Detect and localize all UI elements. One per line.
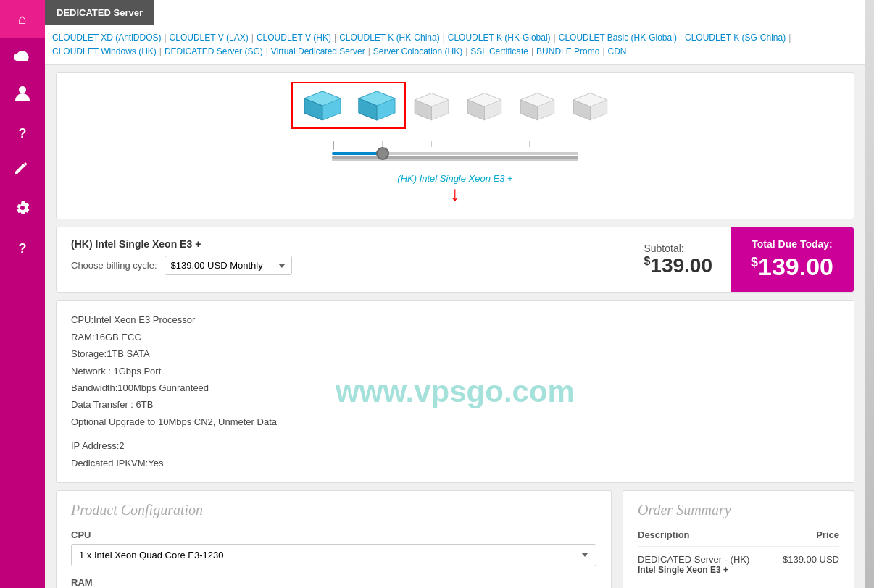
sidebar-cloud[interactable] [0,38,45,75]
tab-dedicated-sg[interactable]: DEDICATED Server (SG) [165,45,263,59]
product-config-title: Product Configuration [71,502,596,518]
billing-label: Choose billing cycle: [71,260,157,271]
arrow-down-icon: ↓ [397,184,512,204]
two-column-layout: Product Configuration CPU 1 x Intel Xeon… [56,490,854,588]
tab-cloudlet-v-hk[interactable]: CLOUDLET V (HK) [257,31,331,45]
subtotal-price: $139.00 [644,254,712,277]
order-item-row: DEDICATED Server - (HK) Intel Single Xeo… [638,554,839,575]
spec-card: www.vpsgo.com CPU:Intel Xeon E3 Processo… [56,300,854,483]
slider-fill [332,152,381,155]
spec-line-6: Optional Upgrade to 10Mbps CN2, Unmeter … [71,413,839,430]
server-selector-card: (HK) Intel Single Xeon E3 + ↓ [56,72,854,219]
sidebar-edit[interactable] [0,151,45,190]
server-slider-container [332,141,578,161]
total-due-box: Total Due Today: $139.00 [731,227,854,292]
order-total-row: Total Recurring: $139.00 USD Monthly [638,581,839,588]
product-config-section: Product Configuration CPU 1 x Intel Xeon… [56,490,612,588]
tab-server-colocation[interactable]: Server Colocation (HK) [373,45,462,59]
subtotal-box: Subtotal: $139.00 [625,227,731,292]
spec-line-8: IP Address:2 [71,437,839,454]
svg-point-0 [19,86,26,93]
tab-bundle[interactable]: BUNDLE Promo [536,45,599,59]
tab-cloudlet-xd[interactable]: CLOUDLET XD (AntiDDOS) [52,31,161,45]
server-icon-4[interactable] [461,90,508,122]
tab-cdn[interactable]: CDN [608,45,627,59]
spec-line-0: CPU:Intel Xeon E3 Processor [71,311,839,328]
order-summary-title: Order Summary [638,502,839,518]
total-due-currency: $ [751,255,758,269]
tab-bar: DEDICATED Server CLOUDLET XD (AntiDDOS) … [45,0,865,65]
pricing-info: (HK) Intel Single Xeon E3 + Choose billi… [57,227,625,292]
ram-label: RAM [71,577,596,588]
sidebar-user[interactable] [0,75,45,114]
server-icon-6[interactable] [567,90,614,122]
subtotal-label: Subtotal: [644,243,683,254]
pricing-row: (HK) Intel Single Xeon E3 + Choose billi… [56,227,854,293]
order-item-name: DEDICATED Server - (HK) [638,554,749,565]
spec-line-3: Network : 1Gbps Port [71,363,839,379]
cpu-select[interactable]: 1 x Intel Xeon Quad Core E3-12301 x Inte… [71,544,596,566]
tab-dedicated-server[interactable]: DEDICATED Server [45,0,154,25]
order-summary-section: Order Summary Description Price DEDICATE… [623,490,854,588]
server-icon-1[interactable] [297,88,348,124]
tab-ssl[interactable]: SSL Certificate [470,45,528,59]
scrollbar[interactable] [865,0,874,588]
ram-field: RAM 16GB DDR3 ECC32GB DDR3 ECC [71,577,596,588]
order-header-description: Description [638,529,690,540]
server-icon-3[interactable] [408,90,455,122]
cpu-label: CPU [71,529,596,540]
order-summary-col: Order Summary Description Price DEDICATE… [623,490,854,588]
sidebar-home[interactable]: ⌂ [0,0,45,38]
tab-cloudlet-basic[interactable]: CLOUDLET Basic (HK-Global) [559,31,677,45]
cpu-field: CPU 1 x Intel Xeon Quad Core E3-12301 x … [71,529,596,566]
tab-cloudlet-windows[interactable]: CLOUDLET Windows (HK) [52,45,157,59]
total-due-price: $139.00 [751,253,833,281]
tab-cloudlet-k-sg[interactable]: CLOUDLET K (SG-China) [685,31,786,45]
order-item-price: $139.00 USD [783,554,839,575]
server-icon-5[interactable] [514,90,561,122]
spec-line-1: RAM:16GB ECC [71,329,839,345]
spec-line-9: Dedicated IPKVM:Yes [71,455,839,471]
order-item-name-col: DEDICATED Server - (HK) Intel Single Xeo… [638,554,749,575]
tab-cloudlet-v-lax[interactable]: CLOUDLET V (LAX) [170,31,249,45]
total-due-label: Total Due Today: [752,238,832,250]
server-icons-row [297,88,614,124]
order-item-subname: Intel Single Xeon E3 + [638,565,749,575]
tab-cloudlet-k-hk-china[interactable]: CLOUDLET K (HK-China) [339,31,439,45]
spec-line-5: Data Transfer : 6TB [71,396,839,413]
sidebar-help[interactable]: ? [0,114,45,151]
tab-links-area: CLOUDLET XD (AntiDDOS) | CLOUDLET V (LAX… [45,25,865,64]
sidebar-settings[interactable] [0,190,45,230]
product-name: (HK) Intel Single Xeon E3 + [71,238,610,250]
spec-line-4: Bandwidth:100Mbps Gunranteed [71,379,839,396]
main-content: (HK) Intel Single Xeon E3 + ↓ (HK) Intel… [45,65,865,588]
billing-cycle-select[interactable]: $139.00 USD Monthly$139.00 USD Quarterly… [165,256,292,275]
server-icon-2[interactable] [351,88,402,124]
main-area: DEDICATED Server CLOUDLET XD (AntiDDOS) … [45,0,865,588]
order-header-price: Price [816,529,839,540]
home-icon: ⌂ [18,11,27,28]
sidebar-info[interactable]: ? [0,230,45,266]
spec-line-2: Storage:1TB SATA [71,345,839,362]
tab-virtual-dedicated[interactable]: Virtual Dedicated Server [271,45,365,59]
product-config-col: Product Configuration CPU 1 x Intel Xeon… [56,490,612,588]
slider-track [332,152,578,155]
order-summary-header: Description Price [638,529,839,547]
sidebar: ⌂ ? ? [0,0,45,588]
tab-cloudlet-k-hk-global[interactable]: CLOUDLET K (HK-Global) [448,31,551,45]
